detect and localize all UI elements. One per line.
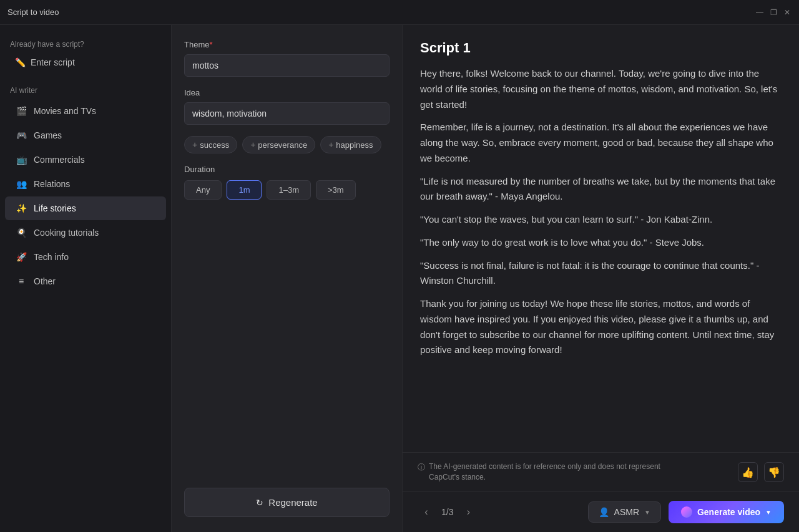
duration-1m[interactable]: 1m: [227, 180, 262, 200]
main-layout: Already have a script? ✏️ Enter script A…: [0, 25, 799, 532]
enter-script-section: Already have a script? ✏️ Enter script: [0, 35, 171, 81]
next-page-button[interactable]: ›: [459, 503, 477, 521]
theme-field: Theme*: [184, 40, 390, 88]
app-title: Script to video: [7, 7, 59, 17]
idea-field: Idea: [184, 88, 390, 136]
duration-buttons: Any 1m 1–3m >3m: [184, 180, 390, 200]
maximize-button[interactable]: ❐: [769, 8, 778, 17]
middle-panel: Theme* Idea + success + perseverance + h…: [172, 25, 403, 532]
minimize-button[interactable]: —: [755, 8, 764, 17]
voice-label: ASMR: [614, 507, 639, 517]
chevron-down-icon: ▼: [644, 509, 650, 516]
tags-row: + success + perseverance + happiness: [184, 136, 390, 153]
sidebar-label-other: Other: [34, 276, 56, 286]
enter-script-button[interactable]: ✏️ Enter script: [10, 54, 161, 71]
sidebar-item-life-stories[interactable]: ✨ Life stories: [5, 196, 166, 220]
tag-label-happiness: happiness: [336, 140, 373, 150]
voice-style-button[interactable]: 👤 ASMR ▼: [588, 501, 661, 523]
pencil-icon: ✏️: [15, 57, 26, 67]
sidebar-label-life-stories: Life stories: [34, 203, 76, 213]
games-icon: 🎮: [15, 129, 27, 142]
plus-icon-3: +: [328, 140, 333, 150]
feedback-buttons: 👍 👎: [738, 462, 784, 482]
plus-icon-2: +: [250, 140, 255, 150]
thumbs-up-button[interactable]: 👍: [738, 462, 758, 482]
relations-icon: 👥: [15, 178, 27, 190]
sidebar-label-tech: Tech info: [34, 252, 69, 262]
idea-label: Idea: [184, 88, 390, 97]
chevron-down-icon-2: ▼: [765, 509, 772, 516]
titlebar: Script to video — ❐ ✕: [0, 0, 799, 25]
ai-writer-label: AI writer: [0, 81, 171, 99]
tag-label-success: success: [200, 140, 229, 150]
script-footer: ⓘ The AI-generated content is for refere…: [403, 452, 799, 491]
right-panel: Script 1 Hey there, folks! Welcome back …: [403, 25, 799, 532]
sidebar-item-games[interactable]: 🎮 Games: [5, 123, 166, 147]
disclaimer-text: The AI-generated content is for referenc…: [429, 462, 692, 483]
sidebar: Already have a script? ✏️ Enter script A…: [0, 25, 172, 532]
info-icon: ⓘ: [418, 462, 425, 473]
required-star: *: [209, 40, 212, 49]
generate-video-button[interactable]: Generate video ▼: [669, 501, 784, 523]
sidebar-label-cooking: Cooking tutorials: [34, 228, 99, 238]
duration-field: Duration Any 1m 1–3m >3m: [184, 165, 390, 200]
sidebar-item-other[interactable]: ≡ Other: [5, 269, 166, 293]
sidebar-label-commercials: Commercials: [34, 155, 85, 165]
duration-gt3m[interactable]: >3m: [316, 180, 356, 200]
close-button[interactable]: ✕: [783, 8, 792, 17]
script-header: Script 1: [403, 25, 799, 66]
page-nav: ‹ 1/3 ›: [418, 503, 477, 521]
regenerate-label: Regenerate: [268, 497, 317, 508]
prev-page-button[interactable]: ‹: [418, 503, 435, 521]
window-controls: — ❐ ✕: [755, 8, 792, 17]
page-indicator: 1/3: [441, 507, 453, 517]
other-icon: ≡: [15, 275, 27, 288]
regenerate-button[interactable]: ↻ Regenerate: [184, 488, 390, 517]
sidebar-item-commercials[interactable]: 📺 Commercials: [5, 148, 166, 172]
sidebar-item-tech[interactable]: 🚀 Tech info: [5, 245, 166, 269]
duration-1-3m[interactable]: 1–3m: [267, 180, 311, 200]
script-navigation: ‹ 1/3 › 👤 ASMR ▼ Generate video ▼: [403, 491, 799, 532]
idea-input[interactable]: [184, 102, 390, 125]
theme-label: Theme*: [184, 40, 390, 49]
script-content: Hey there, folks! Welcome back to our ch…: [403, 66, 799, 452]
cooking-icon: 🍳: [15, 226, 27, 239]
generate-label: Generate video: [697, 507, 760, 517]
already-label: Already have a script?: [10, 40, 161, 49]
person-icon: 👤: [599, 507, 609, 517]
tag-happiness[interactable]: + happiness: [320, 136, 381, 153]
duration-label: Duration: [184, 165, 390, 174]
sidebar-item-movies[interactable]: 🎬 Movies and TVs: [5, 99, 166, 123]
commercials-icon: 📺: [15, 153, 27, 166]
plus-icon: +: [192, 140, 197, 150]
thumbs-down-button[interactable]: 👎: [764, 462, 784, 482]
disclaimer: ⓘ The AI-generated content is for refere…: [418, 462, 692, 483]
movies-icon: 🎬: [15, 105, 27, 117]
script-title: Script 1: [420, 40, 782, 56]
sidebar-label-games: Games: [34, 130, 62, 140]
sidebar-item-relations[interactable]: 👥 Relations: [5, 172, 166, 196]
tag-label-perseverance: perseverance: [258, 140, 307, 150]
generate-icon: [681, 506, 692, 518]
regenerate-icon: ↻: [256, 498, 263, 508]
tag-perseverance[interactable]: + perseverance: [242, 136, 315, 153]
sidebar-item-cooking[interactable]: 🍳 Cooking tutorials: [5, 221, 166, 244]
sidebar-label-movies: Movies and TVs: [34, 106, 96, 116]
life-stories-icon: ✨: [15, 202, 27, 215]
sidebar-label-relations: Relations: [34, 179, 70, 189]
theme-input[interactable]: [184, 54, 390, 77]
tag-success[interactable]: + success: [184, 136, 237, 153]
tech-icon: 🚀: [15, 251, 27, 263]
duration-any[interactable]: Any: [184, 180, 222, 200]
